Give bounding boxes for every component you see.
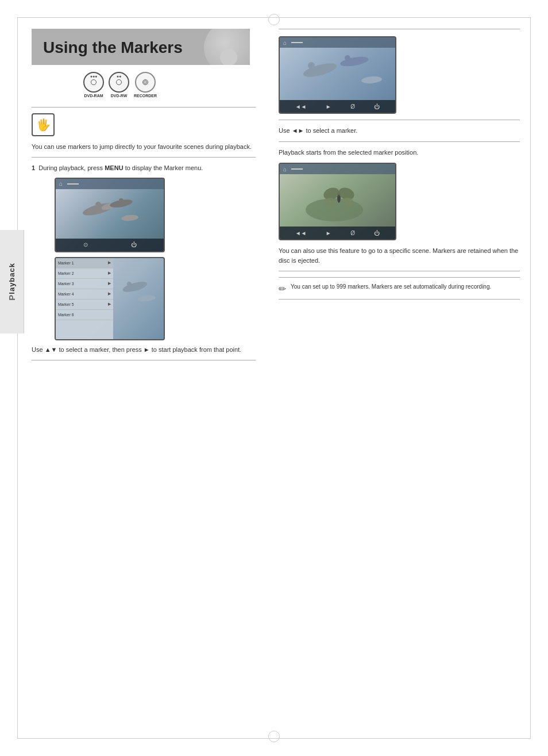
step-2-play: ► xyxy=(144,346,150,353)
dvd-rw-label: DVD-RW xyxy=(111,94,128,98)
right-column: ⌂ ◄◄ ► Ø ⏻ Use ◄► to select a marker. xyxy=(279,29,520,305)
menu-item-1: Marker 1 ▶ xyxy=(56,258,113,268)
divider-2 xyxy=(32,157,256,158)
screen-right-1-dash xyxy=(291,42,303,43)
bird-svg-1 xyxy=(70,192,150,232)
screen-butterfly-marker: Ø xyxy=(350,230,355,236)
screen-right-1-home-icon: ⌂ xyxy=(283,40,287,46)
title-disc-hole xyxy=(220,49,237,65)
dvd-rw-circle: ●● xyxy=(109,72,129,93)
screen-right-1-rw: ◄◄ xyxy=(295,103,307,110)
svg-point-6 xyxy=(122,279,148,294)
step-1: 1 During playback, press MENU to display… xyxy=(32,163,256,173)
svg-point-8 xyxy=(137,294,156,302)
svg-point-2 xyxy=(95,202,101,208)
menu-item-2-arrow: ▶ xyxy=(108,271,111,275)
screen-butterfly-bottom-bar: ◄◄ ► Ø ⏻ xyxy=(280,227,395,239)
note-text: You can set up to 999 markers. Markers a… xyxy=(291,282,491,291)
screen-1-bottom-bar: ⊙ ⏻ xyxy=(56,239,164,251)
disc-icons-row: ●●● DVD-RAM ●● DVD-RW ⊙ RECORDER xyxy=(83,72,256,98)
step-2-arrows: ▲▼ xyxy=(45,346,57,353)
screen-right-1: ⌂ ◄◄ ► Ø ⏻ xyxy=(279,36,396,114)
menu-item-4: Marker 4 ▶ xyxy=(56,289,113,300)
screen-1-bird xyxy=(56,189,164,235)
svg-point-10 xyxy=(308,62,315,69)
svg-point-13 xyxy=(361,75,383,84)
menu-item-5: Marker 5 ▶ xyxy=(56,300,113,310)
screen-right-1-bottom-bar: ◄◄ ► Ø ⏻ xyxy=(280,100,395,113)
dvd-ram-circle: ●●● xyxy=(83,72,104,93)
disc-icon-dvd-rw: ●● DVD-RW xyxy=(109,72,129,98)
screen-butterfly-play: ► xyxy=(326,230,331,236)
dvd-ram-label: DVD-RAM xyxy=(84,94,103,98)
menu-item-5-arrow: ▶ xyxy=(108,302,111,306)
bird-svg-menu xyxy=(112,273,161,313)
center-circle-top xyxy=(268,14,280,25)
svg-point-11 xyxy=(339,55,369,68)
screen-1-home-icon: ⌂ xyxy=(59,181,63,187)
menu-overlay: Marker 1 ▶ Marker 2 ▶ Marker 3 ▶ Marker … xyxy=(56,258,113,339)
divider-right-1 xyxy=(279,120,520,120)
page-border-right xyxy=(530,17,531,739)
menu-item-3: Marker 3 ▶ xyxy=(56,279,113,289)
divider-right-3 xyxy=(279,271,520,271)
menu-item-3-arrow: ▶ xyxy=(108,281,111,286)
step-3-arrows: ◄► xyxy=(292,127,304,134)
title-box: Using the Markers xyxy=(32,29,250,65)
step-1-number: 1 xyxy=(32,164,35,171)
butterfly-svg xyxy=(288,175,389,224)
divider-3 xyxy=(32,360,256,360)
screen-butterfly: ⌂ ◄◄ ► Ø ⏻ xyxy=(279,163,396,240)
center-circle-bottom xyxy=(268,731,280,742)
page-title: Using the Markers xyxy=(43,39,238,57)
menu-item-2-text: Marker 2 xyxy=(58,271,108,275)
step-3-text: Use ◄► to select a marker. xyxy=(279,126,520,136)
svg-point-5 xyxy=(121,214,139,222)
menu-item-6-text: Marker 6 xyxy=(58,313,111,317)
note-person-icon: 🖐 xyxy=(32,113,55,136)
step-2-text: Use ▲▼ to select a marker, then press ► … xyxy=(32,345,256,355)
screen-1-stop-ctrl: ⏻ xyxy=(131,241,137,248)
main-content: Using the Markers ●●● DVD-RAM ●● DVD-RW … xyxy=(32,29,519,727)
menu-item-5-text: Marker 5 xyxy=(58,302,108,306)
pencil-icon: ✏ xyxy=(279,283,286,294)
menu-item-1-text: Marker 1 xyxy=(58,261,108,265)
page-border-left xyxy=(17,17,18,739)
person-glyph: 🖐 xyxy=(36,118,51,132)
recorder-label: RECORDER xyxy=(134,94,157,98)
sidebar-playback: Playback xyxy=(0,230,24,333)
screen-butterfly-top-bar: ⌂ xyxy=(280,164,395,174)
screen-1-marker-ctrl: ⊙ xyxy=(83,241,88,248)
screen-butterfly-rw: ◄◄ xyxy=(295,230,307,236)
step-further-text: You can also use this feature to go to a… xyxy=(279,246,520,265)
right-top-divider xyxy=(279,29,520,29)
menu-item-4-arrow: ▶ xyxy=(108,291,111,296)
svg-point-12 xyxy=(345,55,350,61)
screen-butterfly-stop: ⏻ xyxy=(374,230,380,236)
bird-svg-right-1 xyxy=(285,50,389,96)
screen-1-dash xyxy=(67,183,79,185)
disc-icon-recorder: ⊙ RECORDER xyxy=(134,72,157,98)
disc-icon-dvd-ram: ●●● DVD-RAM xyxy=(83,72,104,98)
menu-item-6: Marker 6 xyxy=(56,310,113,320)
divider-right-4 xyxy=(279,299,520,300)
screen-1-top-bar: ⌂ xyxy=(56,179,164,189)
divider-1 xyxy=(32,107,256,108)
menu-item-1-arrow: ▶ xyxy=(108,260,111,265)
recorder-circle: ⊙ xyxy=(135,72,156,93)
svg-point-9 xyxy=(302,61,338,80)
menu-item-2: Marker 2 ▶ xyxy=(56,268,113,279)
step-1-text: 1 During playback, press MENU to display… xyxy=(32,163,256,173)
step-4-text: Playback starts from the selected marker… xyxy=(279,148,520,158)
svg-point-7 xyxy=(127,282,132,286)
intro-text: You can use markers to jump directly to … xyxy=(32,142,256,152)
screen-butterfly-dash xyxy=(291,168,303,170)
screen-1-preview: ⌂ ⊙ ⏻ xyxy=(55,178,165,252)
menu-item-3-text: Marker 3 xyxy=(58,282,108,286)
menu-screen: Marker 1 ▶ Marker 2 ▶ Marker 3 ▶ Marker … xyxy=(55,257,165,340)
svg-point-4 xyxy=(119,198,124,203)
screen-right-1-play: ► xyxy=(326,103,331,110)
menu-item-4-text: Marker 4 xyxy=(58,292,108,296)
screen-right-1-stop: ⏻ xyxy=(374,103,380,110)
note-box: ✏ You can set up to 999 markers. Markers… xyxy=(279,277,520,294)
